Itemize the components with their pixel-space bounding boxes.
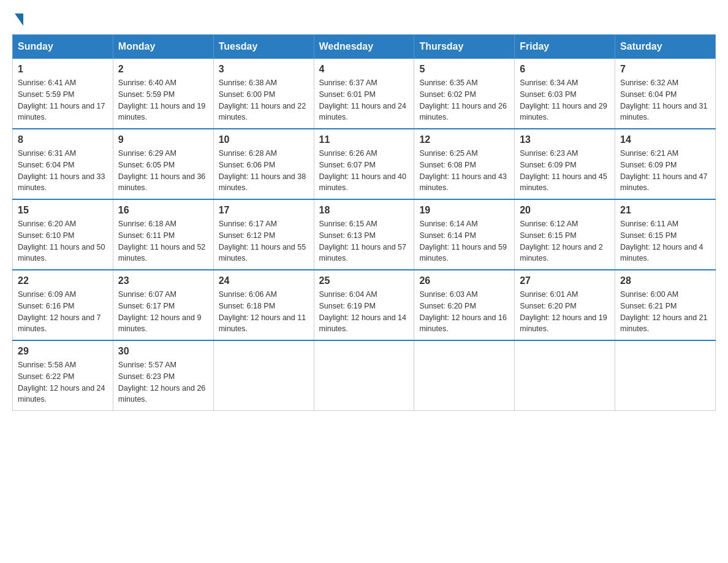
calendar-table: SundayMondayTuesdayWednesdayThursdayFrid… xyxy=(12,34,716,411)
calendar-cell: 11Sunrise: 6:26 AMSunset: 6:07 PMDayligh… xyxy=(314,129,414,199)
day-number: 30 xyxy=(118,346,208,357)
calendar-cell: 10Sunrise: 6:28 AMSunset: 6:06 PMDayligh… xyxy=(213,129,314,199)
logo xyxy=(12,12,23,25)
calendar-cell: 28Sunrise: 6:00 AMSunset: 6:21 PMDayligh… xyxy=(615,270,716,340)
day-info: Sunrise: 6:15 AMSunset: 6:13 PMDaylight:… xyxy=(319,218,409,264)
calendar-cell xyxy=(414,340,515,411)
logo-triangle-icon xyxy=(15,13,23,26)
day-info: Sunrise: 5:58 AMSunset: 6:22 PMDaylight:… xyxy=(18,359,108,405)
day-number: 17 xyxy=(219,205,309,216)
day-info: Sunrise: 6:09 AMSunset: 6:16 PMDaylight:… xyxy=(18,289,108,335)
day-info: Sunrise: 6:23 AMSunset: 6:09 PMDaylight:… xyxy=(520,148,610,194)
day-info: Sunrise: 6:29 AMSunset: 6:05 PMDaylight:… xyxy=(118,148,208,194)
day-info: Sunrise: 6:31 AMSunset: 6:04 PMDaylight:… xyxy=(18,148,108,194)
calendar-cell: 19Sunrise: 6:14 AMSunset: 6:14 PMDayligh… xyxy=(414,199,515,270)
day-info: Sunrise: 6:21 AMSunset: 6:09 PMDaylight:… xyxy=(620,148,710,194)
day-number: 9 xyxy=(118,134,208,145)
day-number: 3 xyxy=(219,64,309,75)
calendar-cell: 21Sunrise: 6:11 AMSunset: 6:15 PMDayligh… xyxy=(615,199,716,270)
day-number: 26 xyxy=(419,275,509,286)
calendar-cell xyxy=(213,340,314,411)
calendar-cell: 30Sunrise: 5:57 AMSunset: 6:23 PMDayligh… xyxy=(113,340,213,411)
day-number: 27 xyxy=(520,275,610,286)
day-number: 16 xyxy=(118,205,208,216)
day-number: 5 xyxy=(419,64,509,75)
day-info: Sunrise: 6:14 AMSunset: 6:14 PMDaylight:… xyxy=(419,218,509,264)
day-info: Sunrise: 6:06 AMSunset: 6:18 PMDaylight:… xyxy=(219,289,309,335)
calendar-cell: 23Sunrise: 6:07 AMSunset: 6:17 PMDayligh… xyxy=(113,270,213,340)
day-info: Sunrise: 6:17 AMSunset: 6:12 PMDaylight:… xyxy=(219,218,309,264)
calendar-cell: 15Sunrise: 6:20 AMSunset: 6:10 PMDayligh… xyxy=(13,199,113,270)
day-number: 14 xyxy=(620,134,710,145)
day-number: 19 xyxy=(419,205,509,216)
calendar-cell xyxy=(515,340,615,411)
day-number: 11 xyxy=(319,134,409,145)
week-row-5: 29Sunrise: 5:58 AMSunset: 6:22 PMDayligh… xyxy=(13,340,716,411)
day-info: Sunrise: 6:07 AMSunset: 6:17 PMDaylight:… xyxy=(118,289,208,335)
week-row-3: 15Sunrise: 6:20 AMSunset: 6:10 PMDayligh… xyxy=(13,199,716,270)
day-number: 8 xyxy=(18,134,108,145)
calendar-cell: 14Sunrise: 6:21 AMSunset: 6:09 PMDayligh… xyxy=(615,129,716,199)
calendar-cell: 26Sunrise: 6:03 AMSunset: 6:20 PMDayligh… xyxy=(414,270,515,340)
day-number: 22 xyxy=(18,275,108,286)
calendar-cell: 3Sunrise: 6:38 AMSunset: 6:00 PMDaylight… xyxy=(213,59,314,129)
day-number: 23 xyxy=(118,275,208,286)
day-number: 12 xyxy=(419,134,509,145)
day-number: 1 xyxy=(18,64,108,75)
calendar-cell: 6Sunrise: 6:34 AMSunset: 6:03 PMDaylight… xyxy=(515,59,615,129)
calendar-cell: 24Sunrise: 6:06 AMSunset: 6:18 PMDayligh… xyxy=(213,270,314,340)
day-info: Sunrise: 6:35 AMSunset: 6:02 PMDaylight:… xyxy=(419,77,509,123)
calendar-cell xyxy=(615,340,716,411)
calendar-cell: 4Sunrise: 6:37 AMSunset: 6:01 PMDaylight… xyxy=(314,59,414,129)
weekday-header-wednesday: Wednesday xyxy=(314,35,414,59)
day-number: 4 xyxy=(319,64,409,75)
day-number: 28 xyxy=(620,275,710,286)
day-info: Sunrise: 6:32 AMSunset: 6:04 PMDaylight:… xyxy=(620,77,710,123)
week-row-2: 8Sunrise: 6:31 AMSunset: 6:04 PMDaylight… xyxy=(13,129,716,199)
day-info: Sunrise: 6:20 AMSunset: 6:10 PMDaylight:… xyxy=(18,218,108,264)
calendar-cell: 25Sunrise: 6:04 AMSunset: 6:19 PMDayligh… xyxy=(314,270,414,340)
weekday-header-tuesday: Tuesday xyxy=(213,35,314,59)
week-row-4: 22Sunrise: 6:09 AMSunset: 6:16 PMDayligh… xyxy=(13,270,716,340)
day-number: 13 xyxy=(520,134,610,145)
calendar-cell: 29Sunrise: 5:58 AMSunset: 6:22 PMDayligh… xyxy=(13,340,113,411)
calendar-cell: 13Sunrise: 6:23 AMSunset: 6:09 PMDayligh… xyxy=(515,129,615,199)
day-info: Sunrise: 6:04 AMSunset: 6:19 PMDaylight:… xyxy=(319,289,409,335)
day-info: Sunrise: 5:57 AMSunset: 6:23 PMDaylight:… xyxy=(118,359,208,405)
calendar-cell: 22Sunrise: 6:09 AMSunset: 6:16 PMDayligh… xyxy=(13,270,113,340)
calendar-cell: 20Sunrise: 6:12 AMSunset: 6:15 PMDayligh… xyxy=(515,199,615,270)
day-info: Sunrise: 6:18 AMSunset: 6:11 PMDaylight:… xyxy=(118,218,208,264)
day-info: Sunrise: 6:25 AMSunset: 6:08 PMDaylight:… xyxy=(419,148,509,194)
calendar-cell: 12Sunrise: 6:25 AMSunset: 6:08 PMDayligh… xyxy=(414,129,515,199)
weekday-header-sunday: Sunday xyxy=(13,35,113,59)
day-number: 25 xyxy=(319,275,409,286)
day-info: Sunrise: 6:37 AMSunset: 6:01 PMDaylight:… xyxy=(319,77,409,123)
day-number: 15 xyxy=(18,205,108,216)
day-info: Sunrise: 6:34 AMSunset: 6:03 PMDaylight:… xyxy=(520,77,610,123)
calendar-cell: 16Sunrise: 6:18 AMSunset: 6:11 PMDayligh… xyxy=(113,199,213,270)
calendar-cell: 5Sunrise: 6:35 AMSunset: 6:02 PMDaylight… xyxy=(414,59,515,129)
weekday-header-row: SundayMondayTuesdayWednesdayThursdayFrid… xyxy=(13,35,716,59)
day-info: Sunrise: 6:28 AMSunset: 6:06 PMDaylight:… xyxy=(219,148,309,194)
calendar-cell: 27Sunrise: 6:01 AMSunset: 6:20 PMDayligh… xyxy=(515,270,615,340)
weekday-header-friday: Friday xyxy=(515,35,615,59)
day-number: 29 xyxy=(18,346,108,357)
calendar-cell: 7Sunrise: 6:32 AMSunset: 6:04 PMDaylight… xyxy=(615,59,716,129)
day-number: 7 xyxy=(620,64,710,75)
day-info: Sunrise: 6:03 AMSunset: 6:20 PMDaylight:… xyxy=(419,289,509,335)
weekday-header-saturday: Saturday xyxy=(615,35,716,59)
day-info: Sunrise: 6:38 AMSunset: 6:00 PMDaylight:… xyxy=(219,77,309,123)
calendar-cell: 1Sunrise: 6:41 AMSunset: 5:59 PMDaylight… xyxy=(13,59,113,129)
day-info: Sunrise: 6:01 AMSunset: 6:20 PMDaylight:… xyxy=(520,289,610,335)
day-number: 10 xyxy=(219,134,309,145)
day-number: 18 xyxy=(319,205,409,216)
weekday-header-monday: Monday xyxy=(113,35,213,59)
page-header xyxy=(12,12,716,25)
calendar-cell xyxy=(314,340,414,411)
day-number: 2 xyxy=(118,64,208,75)
week-row-1: 1Sunrise: 6:41 AMSunset: 5:59 PMDaylight… xyxy=(13,59,716,129)
weekday-header-thursday: Thursday xyxy=(414,35,515,59)
calendar-cell: 18Sunrise: 6:15 AMSunset: 6:13 PMDayligh… xyxy=(314,199,414,270)
day-info: Sunrise: 6:26 AMSunset: 6:07 PMDaylight:… xyxy=(319,148,409,194)
day-info: Sunrise: 6:41 AMSunset: 5:59 PMDaylight:… xyxy=(18,77,108,123)
